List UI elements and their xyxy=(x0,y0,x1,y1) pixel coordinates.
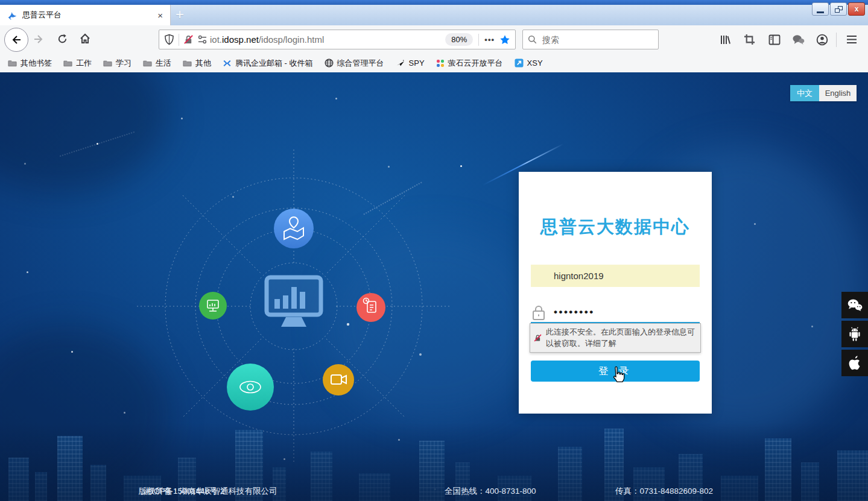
lang-chinese-button[interactable]: 中文 xyxy=(790,85,819,101)
folder-icon xyxy=(143,59,152,67)
hamburger-menu-icon xyxy=(846,35,857,44)
minimize-icon xyxy=(817,11,824,13)
bookmarks-toolbar: 其他书签 工作 学习 生活 其他 腾讯企业邮箱 - 收件箱 综合管理平台 SPY… xyxy=(0,54,868,72)
browser-window: 思普云平台 × + x iot.idosp.net/idosp/login xyxy=(0,0,868,501)
messages-button[interactable] xyxy=(790,31,806,48)
url-bar[interactable]: iot.idosp.net/idosp/login.html 80% ••• xyxy=(159,30,516,49)
url-path: /idosp/login.html xyxy=(259,34,324,45)
forward-button[interactable] xyxy=(33,33,45,45)
wechat-icon xyxy=(847,298,863,312)
icp-number: 湘ICP备15001448号-2 xyxy=(144,486,225,497)
bigdata-center-icon xyxy=(267,277,321,327)
tab-title: 思普云平台 xyxy=(22,10,155,20)
bookmark-xsy[interactable]: XSY xyxy=(515,58,543,68)
monitor-node xyxy=(199,292,227,320)
tencent-exmail-icon xyxy=(223,59,232,68)
username-input[interactable] xyxy=(531,265,700,287)
bookmark-tencent-exmail[interactable]: 腾讯企业邮箱 - 收件箱 xyxy=(223,58,313,69)
learn-more-link[interactable]: 详细了解 xyxy=(585,339,616,348)
report-node xyxy=(356,293,385,322)
bookmark-folder-life[interactable]: 生活 xyxy=(143,58,171,69)
map-node xyxy=(274,209,314,248)
messages-icon xyxy=(792,34,805,45)
warning-text: 此连接不安全。在此页面输入的登录信息可以被窃取。 xyxy=(546,327,695,348)
titlebar: 思普云平台 × + x xyxy=(0,0,868,25)
lang-english-button[interactable]: English xyxy=(819,85,857,101)
dart-icon xyxy=(396,59,405,68)
hand-pointer-cursor xyxy=(609,366,626,384)
bookmark-spy[interactable]: SPY xyxy=(396,58,425,68)
language-toggle: 中文 English xyxy=(790,85,857,101)
broken-lock-icon xyxy=(534,332,542,344)
search-icon xyxy=(528,35,537,44)
reload-button[interactable] xyxy=(57,33,68,45)
home-icon xyxy=(79,33,91,45)
xsy-icon xyxy=(515,58,524,68)
gazelle-favicon-icon xyxy=(7,10,17,20)
apple-button[interactable] xyxy=(841,350,868,376)
tab-close-icon[interactable]: × xyxy=(155,10,165,20)
toolbar-separator xyxy=(836,33,837,47)
active-tab-stripe xyxy=(0,0,868,5)
apple-icon xyxy=(848,355,862,371)
fax-text: 传真：0731-84882609-802 xyxy=(615,486,713,497)
insecure-lock-icon[interactable] xyxy=(183,34,194,45)
folder-icon xyxy=(103,59,112,67)
minimize-button[interactable] xyxy=(812,2,829,16)
url-text[interactable]: iot.idosp.net/idosp/login.html xyxy=(210,34,444,45)
urlbar-separator xyxy=(478,34,479,46)
permissions-icon[interactable] xyxy=(197,35,207,44)
bookmark-mgmt-platform[interactable]: 综合管理平台 xyxy=(325,58,384,69)
forward-icon xyxy=(33,33,45,45)
footer: 版权所有：湖南华辰智通科技有限公司 湘ICP备15001448号-2 全国热线：… xyxy=(0,486,868,498)
hotline-text: 全国热线：400-8731-800 xyxy=(445,486,536,497)
tab-sipu-cloud[interactable]: 思普云平台 × xyxy=(0,5,171,25)
lock-icon xyxy=(532,304,545,321)
back-button[interactable] xyxy=(4,28,28,52)
wechat-button[interactable] xyxy=(841,292,868,318)
navigation-toolbar: iot.idosp.net/idosp/login.html 80% ••• xyxy=(0,25,868,54)
password-masked-value: •••••••• xyxy=(554,306,595,318)
monitoring-eye-node xyxy=(227,364,274,411)
folder-icon xyxy=(8,59,17,67)
account-icon xyxy=(816,34,828,46)
login-panel: 思普云大数据中心 •••••••• 此连接不安全。在此页面输入的登录信息可以被窃… xyxy=(519,172,712,414)
bookmark-folder-misc[interactable]: 其他 xyxy=(183,58,211,69)
back-icon xyxy=(10,34,22,46)
sidebar-icon xyxy=(768,34,781,45)
search-box[interactable] xyxy=(522,30,659,49)
screenshot-crop-icon xyxy=(744,34,755,45)
folder-icon xyxy=(63,59,72,67)
library-icon xyxy=(719,34,731,46)
search-input[interactable] xyxy=(541,34,653,45)
bookmark-ezviz[interactable]: 萤石云开放平台 xyxy=(436,58,503,69)
sidebar-button[interactable] xyxy=(766,31,782,48)
android-icon xyxy=(847,326,862,342)
new-tab-button[interactable]: + xyxy=(176,6,184,23)
bookmark-folder-study[interactable]: 学习 xyxy=(103,58,131,69)
bookmark-star-icon[interactable] xyxy=(499,34,510,45)
login-title: 思普云大数据中心 xyxy=(519,215,712,239)
restore-icon xyxy=(835,6,843,13)
menu-button[interactable] xyxy=(843,31,860,48)
account-button[interactable] xyxy=(814,31,830,48)
ezviz-icon xyxy=(436,59,445,68)
url-domain: idosp.net xyxy=(222,34,259,45)
insecure-connection-tooltip: 此连接不安全。在此页面输入的登录信息可以被窃取。详细了解 xyxy=(530,323,701,353)
page-actions-icon[interactable]: ••• xyxy=(484,35,495,44)
home-button[interactable] xyxy=(79,33,91,45)
close-icon: x xyxy=(855,5,859,13)
bookmark-folder-other[interactable]: 其他书签 xyxy=(8,58,52,69)
close-button[interactable]: x xyxy=(848,2,865,16)
restore-button[interactable] xyxy=(830,2,847,16)
android-button[interactable] xyxy=(841,321,868,347)
screenshot-button[interactable] xyxy=(741,31,758,48)
password-field[interactable]: •••••••• xyxy=(532,303,595,321)
video-node xyxy=(323,364,354,395)
urlbar-separator xyxy=(179,34,179,46)
bookmark-folder-work[interactable]: 工作 xyxy=(63,58,92,69)
zoom-level-badge[interactable]: 80% xyxy=(445,33,473,46)
globe-icon xyxy=(325,58,334,68)
shield-icon xyxy=(164,34,174,45)
library-button[interactable] xyxy=(717,31,733,48)
